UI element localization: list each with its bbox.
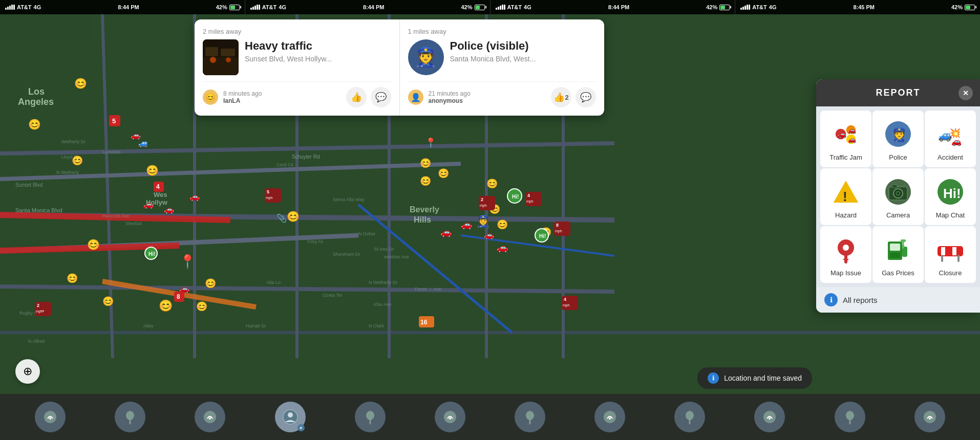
svg-text:🚗: 🚗 <box>440 227 452 238</box>
toolbar-btn-1[interactable] <box>35 402 66 432</box>
svg-text:🚗: 🚗 <box>497 242 508 253</box>
report-close-button[interactable]: ✕ <box>958 86 973 100</box>
toolbar-btn-11[interactable] <box>835 402 865 432</box>
recenter-button[interactable]: ⊕ <box>15 359 40 384</box>
svg-text:🚙: 🚙 <box>138 138 148 148</box>
traffic-jam-icon: 🚗 🚗 🚗 <box>830 119 861 149</box>
svg-text:8: 8 <box>556 223 559 228</box>
alert-distance-traffic: 2 miles away <box>203 28 391 35</box>
status-bar: AT&T 4G 8:44 PM 42% AT&T 4G 8:44 PM <box>0 0 980 14</box>
alert-popup: 2 miles away Heavy traffic Sunset B <box>195 19 604 116</box>
svg-text:😊: 😊 <box>146 164 159 177</box>
alert-subtitle-police: Santa Monica Blvd, West... <box>450 55 596 63</box>
network-1: 4G <box>34 4 41 10</box>
svg-text:Wes: Wes <box>154 191 167 199</box>
toolbar-btn-8[interactable] <box>594 402 625 432</box>
toast-icon: ℹ <box>708 372 719 384</box>
svg-text:Hancock Ave: Hancock Ave <box>102 213 129 218</box>
report-all-reports[interactable]: ℹ All reports <box>816 287 980 313</box>
svg-text:N Doher: N Doher <box>358 231 376 236</box>
alert-like-btn-traffic[interactable]: 👍 <box>346 87 367 107</box>
svg-point-163 <box>126 411 134 420</box>
svg-rect-148 <box>890 244 900 251</box>
report-item-police[interactable]: 👮 Police <box>872 111 924 167</box>
svg-text:2: 2 <box>481 197 483 202</box>
report-item-traffic-jam[interactable]: 🚗 🚗 🚗 Traffic Jam <box>820 111 871 167</box>
svg-text:👮: 👮 <box>891 126 908 143</box>
svg-text:🚗: 🚗 <box>164 205 174 214</box>
svg-point-121 <box>226 57 231 62</box>
toolbar-btn-4[interactable]: + <box>275 402 306 432</box>
time-2: 8:44 PM <box>363 4 385 10</box>
svg-text:👮: 👮 <box>476 214 491 228</box>
toolbar-btn-12[interactable] <box>914 402 945 432</box>
alert-like-btn-police[interactable]: 👍 2 <box>551 87 571 107</box>
report-item-map-issue[interactable]: Map Issue <box>820 226 871 283</box>
svg-text:Sierra Alta Way: Sierra Alta Way <box>333 197 365 202</box>
alert-subtitle-traffic: Sunset Blvd, West Hollyw... <box>245 55 391 63</box>
report-label-camera: Camera <box>886 211 910 219</box>
report-label-police: Police <box>889 153 907 161</box>
alert-title-police: Police (visible) <box>450 39 596 53</box>
report-item-map-chat[interactable]: Hi! Map Chat <box>925 168 976 225</box>
report-label-closure: Closure <box>939 269 962 277</box>
svg-point-141 <box>897 192 899 194</box>
toolbar-btn-7[interactable] <box>515 402 545 432</box>
svg-rect-150 <box>902 245 904 249</box>
time-3: 8:44 PM <box>608 4 630 10</box>
svg-text:🚗: 🚗 <box>838 130 847 139</box>
status-section-4: AT&T 4G 8:45 PM 42% <box>735 0 980 14</box>
svg-text:Sunset Blvd: Sunset Blvd <box>15 182 42 188</box>
svg-text:📎: 📎 <box>276 213 287 223</box>
report-item-gas-prices[interactable]: Gas Prices <box>872 226 924 283</box>
carrier-2: AT&T <box>262 4 277 10</box>
svg-text:mph: mph <box>480 204 487 208</box>
alert-image-police: 👮 <box>408 39 444 75</box>
alert-comment-btn-police[interactable]: 💬 <box>576 87 596 107</box>
svg-text:🚗: 🚗 <box>461 219 473 230</box>
svg-point-171 <box>526 411 534 420</box>
toolbar-btn-5[interactable] <box>355 402 386 432</box>
hazard-icon: ! <box>830 177 861 207</box>
svg-point-170 <box>449 417 451 420</box>
battery-pct-2: 42% <box>461 4 472 10</box>
report-item-hazard[interactable]: ! Hazard <box>820 168 871 225</box>
alert-comment-btn-traffic[interactable]: 💬 <box>371 87 391 107</box>
svg-text:Hi!: Hi! <box>539 233 546 239</box>
svg-text:Los: Los <box>28 86 45 97</box>
svg-rect-19 <box>0 14 92 40</box>
report-label-accident: Accident <box>938 153 963 161</box>
svg-point-167 <box>288 412 293 417</box>
svg-text:Wetherly Dr: Wetherly Dr <box>61 139 86 144</box>
svg-text:mph: mph <box>266 196 273 200</box>
carrier-1: AT&T <box>17 4 32 10</box>
svg-text:😊: 😊 <box>420 175 432 187</box>
report-item-accident[interactable]: 🚙 💥 🚗 Accident <box>925 111 976 167</box>
svg-text:8: 8 <box>177 293 180 300</box>
camera-icon <box>883 177 913 207</box>
svg-text:😊: 😊 <box>159 299 173 313</box>
svg-text:Harratt St: Harratt St <box>246 323 266 328</box>
toolbar-btn-3[interactable] <box>195 402 225 432</box>
svg-text:Angeles: Angeles <box>18 97 54 107</box>
toast-text: Location and time saved <box>724 374 802 382</box>
report-item-closure[interactable]: Closure <box>925 226 976 283</box>
status-section-1: AT&T 4G 8:44 PM 42% <box>0 0 245 14</box>
svg-text:📍: 📍 <box>179 253 196 270</box>
toolbar-btn-6[interactable] <box>435 402 465 432</box>
report-item-camera[interactable]: Camera <box>872 168 924 225</box>
svg-point-173 <box>609 417 611 420</box>
map-chat-icon: Hi! <box>935 177 966 207</box>
alert-distance-police: 1 miles away <box>408 28 596 35</box>
toolbar-btn-9[interactable] <box>674 402 705 432</box>
svg-text:N Clark: N Clark <box>369 323 385 328</box>
toolbar-btn-10[interactable] <box>754 402 785 432</box>
network-3: 4G <box>524 4 531 10</box>
toolbar-btn-2[interactable] <box>115 402 145 432</box>
svg-text:🚗: 🚗 <box>848 126 857 135</box>
svg-text:😊: 😊 <box>196 301 208 312</box>
svg-text:😊: 😊 <box>205 278 217 289</box>
svg-text:4: 4 <box>156 183 160 190</box>
svg-text:mph: mph <box>555 229 562 233</box>
svg-point-177 <box>846 411 854 420</box>
